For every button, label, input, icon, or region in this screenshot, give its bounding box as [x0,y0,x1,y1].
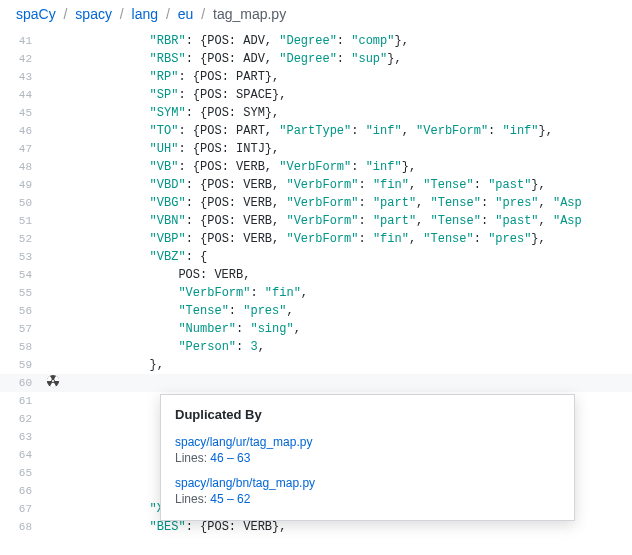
code-line[interactable]: 56 "Tense": "pres", [0,302,632,320]
code-line[interactable]: 51 "VBN": {POS: VERB, "VerbForm": "part"… [0,212,632,230]
code-content: "Number": "sing", [86,320,632,338]
line-number[interactable]: 68 [0,518,40,536]
code-content: "VB": {POS: VERB, "VerbForm": "inf"}, [86,158,632,176]
line-number[interactable]: 52 [0,230,40,248]
code-line[interactable]: 48 "VB": {POS: VERB, "VerbForm": "inf"}, [0,158,632,176]
breadcrumb-file: tag_map.py [213,6,286,22]
duplicated-by-popup: Duplicated By spacy/lang/ur/tag_map.py L… [160,394,575,521]
code-content: "VBP": {POS: VERB, "VerbForm": "fin", "T… [86,230,632,248]
breadcrumb-item[interactable]: spacy [75,6,112,22]
code-line[interactable]: 45 "SYM": {POS: SYM}, [0,104,632,122]
popup-file-link[interactable]: spacy/lang/bn/tag_map.py [175,476,315,490]
code-content: "RBS": {POS: ADV, "Degree": "sup"}, [86,50,632,68]
line-number[interactable]: 49 [0,176,40,194]
code-content: "Person": 3, [86,338,632,356]
line-number[interactable]: 61 [0,392,40,410]
code-line[interactable]: 50 "VBG": {POS: VERB, "VerbForm": "part"… [0,194,632,212]
popup-lines-link[interactable]: 45 – 62 [210,492,250,506]
code-content [86,374,632,392]
breadcrumb-item[interactable]: spaCy [16,6,56,22]
code-line[interactable]: 42 "RBS": {POS: ADV, "Degree": "sup"}, [0,50,632,68]
line-number[interactable]: 43 [0,68,40,86]
code-line[interactable]: 41 "RBR": {POS: ADV, "Degree": "comp"}, [0,32,632,50]
code-line[interactable]: 59 }, [0,356,632,374]
code-content: "UH": {POS: INTJ}, [86,140,632,158]
code-content: "SYM": {POS: SYM}, [86,104,632,122]
line-number[interactable]: 42 [0,50,40,68]
code-line[interactable]: 57 "Number": "sing", [0,320,632,338]
line-number[interactable]: 54 [0,266,40,284]
line-number[interactable]: 65 [0,464,40,482]
code-line[interactable]: 55 "VerbForm": "fin", [0,284,632,302]
code-line[interactable]: 53 "VBZ": { [0,248,632,266]
popup-lines: Lines: 45 – 62 [175,492,560,506]
svg-point-3 [52,380,54,382]
line-number[interactable]: 63 [0,428,40,446]
code-line[interactable]: 60 [0,374,632,392]
code-line[interactable]: 44 "SP": {POS: SPACE}, [0,86,632,104]
code-content: "VBN": {POS: VERB, "VerbForm": "part", "… [86,212,632,230]
code-content: "Tense": "pres", [86,302,632,320]
line-number[interactable]: 67 [0,500,40,518]
line-number[interactable]: 60 [0,374,40,392]
line-number[interactable]: 55 [0,284,40,302]
line-number[interactable]: 59 [0,356,40,374]
code-line[interactable]: 43 "RP": {POS: PART}, [0,68,632,86]
code-content: "TO": {POS: PART, "PartType": "inf", "Ve… [86,122,632,140]
gutter-icon-cell [40,374,66,388]
line-number[interactable]: 50 [0,194,40,212]
line-number[interactable]: 47 [0,140,40,158]
line-number[interactable]: 56 [0,302,40,320]
code-content: "VerbForm": "fin", [86,284,632,302]
code-content: "SP": {POS: SPACE}, [86,86,632,104]
line-number[interactable]: 66 [0,482,40,500]
breadcrumb: spaCy / spacy / lang / eu / tag_map.py [0,0,632,32]
line-number[interactable]: 64 [0,446,40,464]
line-number[interactable]: 58 [0,338,40,356]
line-number[interactable]: 62 [0,410,40,428]
code-content: "RP": {POS: PART}, [86,68,632,86]
code-content: "VBG": {POS: VERB, "VerbForm": "part", "… [86,194,632,212]
code-line[interactable]: 47 "UH": {POS: INTJ}, [0,140,632,158]
breadcrumb-sep: / [166,6,170,22]
code-content: POS: VERB, [86,266,632,284]
popup-file-link[interactable]: spacy/lang/ur/tag_map.py [175,435,312,449]
line-number[interactable]: 57 [0,320,40,338]
code-line[interactable]: 46 "TO": {POS: PART, "PartType": "inf", … [0,122,632,140]
breadcrumb-item[interactable]: eu [178,6,194,22]
line-number[interactable]: 51 [0,212,40,230]
breadcrumb-sep: / [64,6,68,22]
code-content: }, [86,356,632,374]
breadcrumb-item[interactable]: lang [132,6,158,22]
code-content: "VBZ": { [86,248,632,266]
popup-item: spacy/lang/ur/tag_map.py Lines: 46 – 63 [175,434,560,465]
line-number[interactable]: 46 [0,122,40,140]
line-number[interactable]: 41 [0,32,40,50]
code-content: "RBR": {POS: ADV, "Degree": "comp"}, [86,32,632,50]
duplication-icon[interactable] [46,374,60,388]
breadcrumb-sep: / [120,6,124,22]
line-number[interactable]: 45 [0,104,40,122]
popup-lines-link[interactable]: 46 – 63 [210,451,250,465]
code-line[interactable]: 54 POS: VERB, [0,266,632,284]
breadcrumb-sep: / [201,6,205,22]
code-line[interactable]: 49 "VBD": {POS: VERB, "VerbForm": "fin",… [0,176,632,194]
popup-lines: Lines: 46 – 63 [175,451,560,465]
popup-item: spacy/lang/bn/tag_map.py Lines: 45 – 62 [175,475,560,506]
popup-title: Duplicated By [175,407,560,422]
line-number[interactable]: 53 [0,248,40,266]
code-line[interactable]: 52 "VBP": {POS: VERB, "VerbForm": "fin",… [0,230,632,248]
code-line[interactable]: 58 "Person": 3, [0,338,632,356]
line-number[interactable]: 48 [0,158,40,176]
line-number[interactable]: 44 [0,86,40,104]
code-content: "VBD": {POS: VERB, "VerbForm": "fin", "T… [86,176,632,194]
